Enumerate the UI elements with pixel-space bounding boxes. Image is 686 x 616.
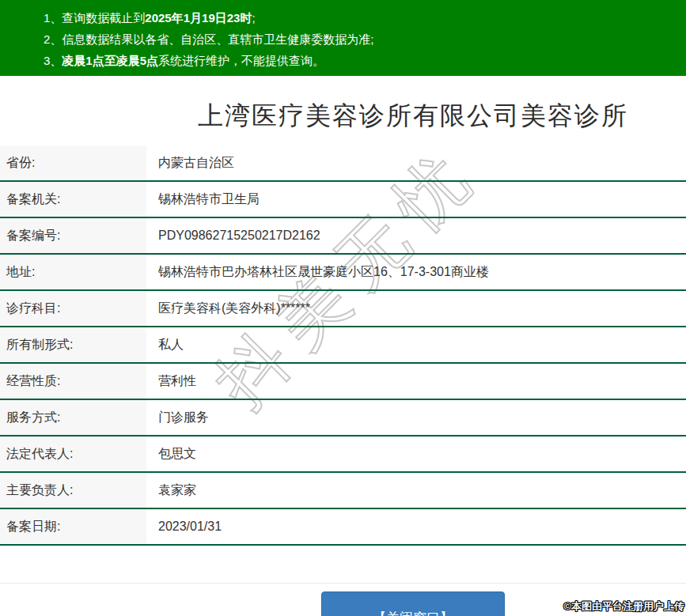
field-value-filing-date: 2023/01/31: [146, 509, 686, 544]
record-row: 主要负责人: 袁家家: [0, 473, 686, 509]
field-label-filing-date: 备案日期:: [0, 509, 146, 544]
field-value-principal: 袁家家: [146, 473, 686, 508]
field-label-business-nature: 经营性质:: [0, 364, 146, 399]
field-value-province: 内蒙古自治区: [146, 145, 686, 180]
record-row: 所有制形式: 私人: [0, 327, 686, 364]
field-value-legal-representative: 包思文: [146, 436, 686, 471]
content-area: 上湾医疗美容诊所有限公司美容诊所 省份: 内蒙古自治区 备案机关: 锡林浩特市卫…: [0, 76, 686, 616]
field-label-legal-representative: 法定代表人:: [0, 436, 146, 471]
notice-line-2: 2、信息数据结果以各省、自治区、直辖市卫生健康委数据为准;: [44, 28, 678, 50]
field-label-province: 省份:: [0, 145, 146, 180]
field-value-filing-number: PDY09862715250217D2162: [146, 218, 686, 253]
record-row: 服务方式: 门诊服务: [0, 400, 686, 436]
record-row: 诊疗科目: 医疗美容科(美容外科)******: [0, 291, 686, 327]
field-label-filing-number: 备案编号:: [0, 218, 146, 253]
field-label-principal: 主要负责人:: [0, 473, 146, 508]
record-row: 备案日期: 2023/01/31: [0, 509, 686, 546]
field-value-address: 锡林浩特市巴办塔林社区晟世豪庭小区16、17-3-301商业楼: [146, 255, 686, 289]
field-label-ownership-form: 所有制形式:: [0, 327, 146, 362]
record-row: 省份: 内蒙古自治区: [0, 145, 686, 182]
field-label-address: 地址:: [0, 255, 146, 289]
close-window-button[interactable]: 【关闭窗口】: [321, 591, 505, 616]
field-value-ownership-form: 私人: [146, 327, 686, 362]
field-value-filing-authority: 锡林浩特市卫生局: [146, 182, 686, 217]
record-row: 备案编号: PDY09862715250217D2162: [0, 218, 686, 255]
field-value-medical-subjects: 医疗美容科(美容外科)******: [146, 291, 686, 326]
field-label-service-mode: 服务方式:: [0, 400, 146, 435]
field-value-business-nature: 营利性: [146, 364, 686, 399]
field-label-medical-subjects: 诊疗科目:: [0, 291, 146, 326]
notice-line-1: 1、查询数据截止到2025年1月19日23时;: [44, 7, 678, 28]
page-title: 上湾医疗美容诊所有限公司美容诊所: [0, 76, 686, 133]
field-value-service-mode: 门诊服务: [146, 400, 686, 435]
record-row: 备案机关: 锡林浩特市卫生局: [0, 182, 686, 218]
record-row: 法定代表人: 包思文: [0, 436, 686, 473]
record-table: 省份: 内蒙古自治区 备案机关: 锡林浩特市卫生局 备案编号: PDY09862…: [0, 145, 686, 546]
record-row: 地址: 锡林浩特市巴办塔林社区晟世豪庭小区16、17-3-301商业楼: [0, 255, 686, 291]
footer-area: 【关闭窗口】: [0, 583, 686, 616]
notice-line-3: 3、凌晨1点至凌晨5点系统进行维护，不能提供查询。: [44, 50, 678, 71]
notice-banner: 1、查询数据截止到2025年1月19日23时; 2、信息数据结果以各省、自治区、…: [0, 0, 686, 76]
record-row: 经营性质: 营利性: [0, 364, 686, 400]
field-label-filing-authority: 备案机关:: [0, 182, 146, 217]
